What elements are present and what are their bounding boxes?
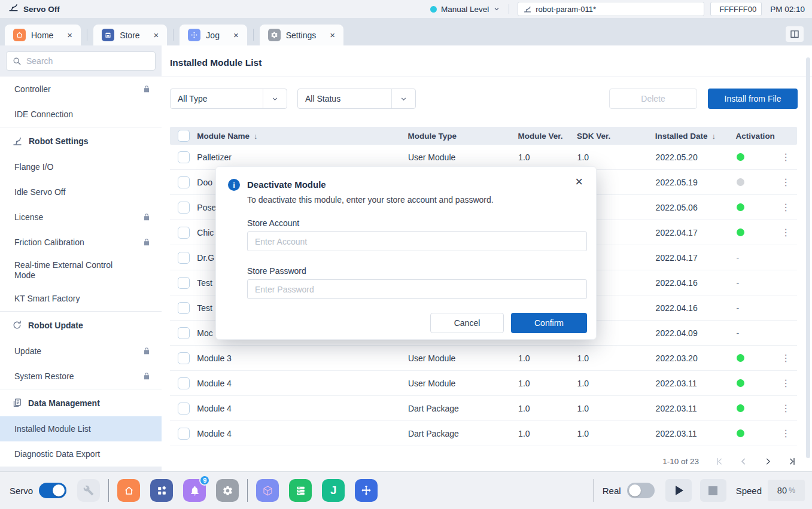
row-checkbox[interactable] <box>178 227 190 239</box>
last-page-button[interactable] <box>788 457 797 466</box>
installed-date: 2022.04.09 <box>656 328 737 338</box>
sidebar-item-label: Idle Servo Off <box>14 187 65 197</box>
servo-toggle-label: Servo <box>10 486 33 496</box>
mode-dropdown[interactable]: Manual Level <box>430 5 500 14</box>
kebab-menu-icon[interactable]: ⋮ <box>781 379 790 388</box>
task-list-button[interactable] <box>289 479 312 502</box>
close-icon[interactable]: × <box>233 31 239 39</box>
activation-dot <box>737 153 744 161</box>
stop-button[interactable] <box>700 479 726 502</box>
kebab-menu-icon[interactable]: ⋮ <box>781 429 790 438</box>
kebab-menu-icon[interactable]: ⋮ <box>781 203 790 212</box>
cube-icon <box>262 485 273 496</box>
tool-value-field[interactable]: FFFFFF00 <box>710 2 762 16</box>
sidebar-item-friction-calibration[interactable]: Friction Calibration <box>0 230 162 255</box>
play-button[interactable] <box>665 479 692 502</box>
tab-store[interactable]: Store × <box>93 25 167 45</box>
tab-home[interactable]: Home × <box>5 25 81 45</box>
search-icon <box>13 57 22 66</box>
tab-separator <box>253 29 254 41</box>
tab-jog[interactable]: Jog × <box>180 25 247 45</box>
row-checkbox[interactable] <box>178 403 190 414</box>
column-module-name[interactable]: Module Name↓ <box>197 132 407 141</box>
sidebar-item-idle-servo-off[interactable]: Idle Servo Off <box>0 179 162 205</box>
store-password-input[interactable] <box>247 279 587 299</box>
delete-button[interactable]: Delete <box>609 89 697 109</box>
sidebar-item-kt-smart-factory[interactable]: KT Smart Factory <box>0 286 162 311</box>
table-row[interactable]: Module 4 Dart Package 1.0 1.0 2022.03.11… <box>170 421 797 446</box>
confirm-button[interactable]: Confirm <box>511 313 587 333</box>
tab-separator <box>87 29 87 41</box>
installed-date: 2022.05.19 <box>656 178 737 187</box>
scrollbar[interactable] <box>806 57 810 458</box>
kebab-menu-icon[interactable]: ⋮ <box>781 178 790 187</box>
close-icon[interactable]: × <box>154 31 159 39</box>
kebab-menu-icon[interactable]: ⋮ <box>781 353 790 363</box>
close-icon[interactable]: × <box>575 175 583 188</box>
tool-settings-button[interactable] <box>77 479 100 502</box>
sidebar-item-license[interactable]: License <box>0 205 162 230</box>
search-input[interactable]: Search <box>6 51 156 71</box>
table-row[interactable]: Module 4 User Module 1.0 1.0 2022.03.11 … <box>170 371 797 396</box>
first-page-button[interactable] <box>714 457 723 466</box>
sort-desc-icon[interactable]: ↓ <box>254 132 258 141</box>
home-button[interactable] <box>117 479 140 502</box>
kebab-menu-icon[interactable]: ⋮ <box>781 153 790 162</box>
sidebar-item-realtime-external-control[interactable]: Real-time External Control Mode <box>0 255 162 286</box>
select-all-checkbox[interactable] <box>178 130 190 142</box>
refresh-icon <box>12 320 22 330</box>
row-checkbox[interactable] <box>178 302 190 314</box>
close-icon[interactable]: × <box>67 31 72 39</box>
module-ver: 1.0 <box>518 379 577 388</box>
close-icon[interactable]: × <box>330 31 335 39</box>
jog-button[interactable]: J <box>322 479 345 502</box>
sidebar-item-installed-module-list[interactable]: Installed Module List <box>0 416 162 441</box>
sidebar-item-ide-connection[interactable]: IDE Connection <box>0 102 162 127</box>
tab-settings[interactable]: Settings × <box>260 25 343 45</box>
split-view-button[interactable] <box>786 26 804 42</box>
cancel-button[interactable]: Cancel <box>430 313 504 333</box>
prev-page-button[interactable] <box>739 457 748 466</box>
sort-desc-icon[interactable]: ↓ <box>712 132 716 141</box>
installed-date: 2022.03.11 <box>656 404 737 413</box>
3d-view-button[interactable] <box>256 479 279 502</box>
move-button[interactable] <box>355 479 378 502</box>
table-row[interactable]: Module 3 User Module 1.0 1.0 2022.03.20 … <box>170 346 797 371</box>
notifications-button[interactable]: 9 <box>183 479 206 502</box>
install-from-file-button[interactable]: Install from File <box>708 89 798 109</box>
servo-status: Servo Off <box>0 3 60 15</box>
sidebar-item-system-restore[interactable]: System Restore <box>0 364 162 389</box>
apps-button[interactable] <box>150 479 173 502</box>
row-checkbox[interactable] <box>178 151 190 163</box>
row-checkbox[interactable] <box>178 277 190 289</box>
sidebar-item-diagnostic-data-export[interactable]: Diagnostic Data Export <box>0 441 162 467</box>
row-checkbox[interactable] <box>178 202 190 214</box>
row-checkbox[interactable] <box>178 377 190 389</box>
kebab-menu-icon[interactable]: ⋮ <box>781 404 790 413</box>
sidebar-item-controller[interactable]: Controller <box>0 77 162 102</box>
row-checkbox[interactable] <box>178 252 190 264</box>
sidebar-item-flange-io[interactable]: Flange I/O <box>0 154 162 179</box>
program-name-field[interactable]: robot-param-011* <box>518 2 704 16</box>
row-checkbox[interactable] <box>178 352 190 364</box>
apps-grid-icon <box>156 485 168 496</box>
status-filter-select[interactable]: All Status <box>297 89 416 109</box>
deactivate-module-dialog: i Deactivate Module × To deactivate this… <box>215 166 597 340</box>
table-row[interactable]: Module 4 Dart Package 1.0 1.0 2022.03.11… <box>170 396 797 421</box>
mode-dot-icon <box>430 6 437 13</box>
column-installed-date[interactable]: Installed Date↓ <box>655 132 736 141</box>
sidebar-item-update[interactable]: Update <box>0 339 162 364</box>
sidebar-item-label: Controller <box>14 84 51 94</box>
servo-toggle[interactable] <box>39 483 66 498</box>
next-page-button[interactable] <box>764 457 773 466</box>
row-checkbox[interactable] <box>178 327 190 339</box>
speed-value-box[interactable]: 80 % <box>768 480 805 501</box>
settings-button[interactable] <box>216 479 239 502</box>
type-filter-select[interactable]: All Type <box>170 89 287 109</box>
sdk-ver: 1.0 <box>577 429 656 438</box>
kebab-menu-icon[interactable]: ⋮ <box>781 228 790 237</box>
real-toggle[interactable] <box>627 483 655 498</box>
row-checkbox[interactable] <box>178 176 190 188</box>
row-checkbox[interactable] <box>178 428 190 440</box>
store-account-input[interactable] <box>247 231 587 251</box>
